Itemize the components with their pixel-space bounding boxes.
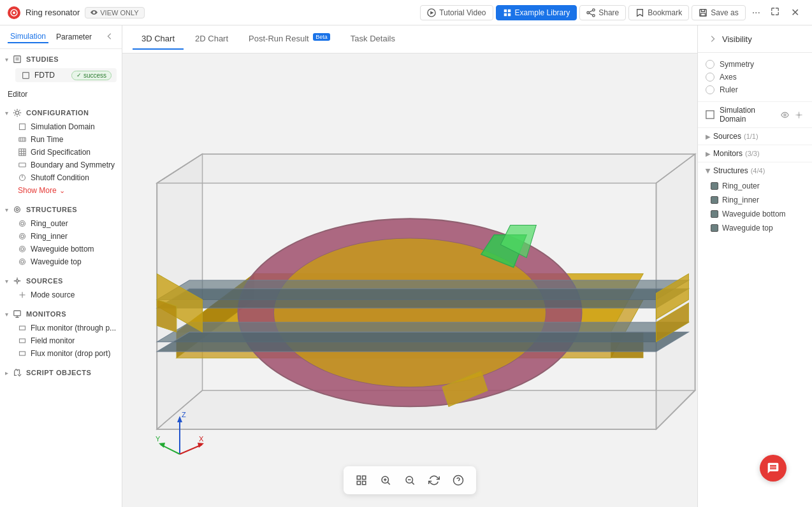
waveguide-bottom-item[interactable]: Waveguide bottom bbox=[0, 243, 122, 255]
sim-domain-eye-button[interactable] bbox=[779, 109, 790, 120]
svg-rect-45 bbox=[20, 339, 25, 343]
waveguide-bottom-vis-item[interactable]: Waveguide bottom bbox=[698, 207, 812, 221]
chart-tabs: 3D Chart 2D Chart Post-Run Result Beta T… bbox=[122, 25, 697, 54]
show-more-button[interactable]: Show More ⌄ bbox=[0, 184, 122, 197]
flux-drop-icon bbox=[18, 349, 27, 358]
svg-line-11 bbox=[590, 10, 593, 12]
fdtd-icon bbox=[20, 70, 31, 80]
svg-point-34 bbox=[20, 221, 25, 227]
flux-drop-item[interactable]: Flux monitor (drop port) bbox=[0, 347, 122, 360]
shutoff-item[interactable]: Shutoff Condition bbox=[0, 171, 122, 184]
sources-tree-header[interactable]: ▶ Sources (1/1) bbox=[698, 128, 812, 145]
axes-vis-item[interactable]: Axes bbox=[706, 71, 804, 83]
run-time-item[interactable]: Run Time bbox=[0, 133, 122, 146]
more-options-button[interactable]: ··· bbox=[748, 4, 764, 21]
tab-parameter[interactable]: Parameter bbox=[54, 31, 94, 43]
sim-domain-settings-button[interactable] bbox=[793, 109, 804, 120]
waveguide-top-item[interactable]: Waveguide top bbox=[0, 255, 122, 268]
refresh-button[interactable] bbox=[424, 470, 444, 490]
sources-header[interactable]: ▾ SOURCES bbox=[0, 273, 122, 289]
axes-checkbox[interactable] bbox=[706, 73, 714, 82]
svg-rect-7 bbox=[507, 13, 510, 15]
ring-inner-vis-item[interactable]: Ring_inner bbox=[698, 193, 812, 207]
sim-domain-item[interactable]: Simulation Domain bbox=[0, 120, 122, 133]
svg-rect-44 bbox=[20, 326, 25, 330]
symmetry-vis-item[interactable]: Symmetry bbox=[706, 58, 804, 71]
share-button[interactable]: Share bbox=[579, 5, 626, 20]
svg-text:Z: Z bbox=[182, 411, 186, 418]
sources-tree-title: Sources bbox=[713, 132, 741, 141]
waveguide-top-vis-item[interactable]: Waveguide top bbox=[698, 221, 812, 235]
reset-view-button[interactable] bbox=[351, 470, 372, 490]
waveguide-top-vis-label: Waveguide top bbox=[722, 224, 773, 232]
structures-chevron-icon: ▶ bbox=[705, 168, 712, 173]
mode-source-icon bbox=[18, 290, 27, 299]
svg-rect-4 bbox=[504, 9, 506, 11]
zoom-out-button[interactable] bbox=[400, 470, 420, 490]
field-monitor-item[interactable]: Field monitor bbox=[0, 334, 122, 347]
studies-icon bbox=[12, 54, 22, 64]
sidebar-collapse-button[interactable] bbox=[105, 32, 114, 43]
script-objects-icon bbox=[12, 368, 22, 378]
boundary-symmetry-item[interactable]: Boundary and Symmetry bbox=[0, 159, 122, 171]
studies-title: STUDIES bbox=[26, 55, 59, 63]
view-only-badge[interactable]: VIEW ONLY bbox=[85, 7, 144, 18]
ruler-vis-item[interactable]: Ruler bbox=[706, 83, 804, 96]
tab-2d-chart[interactable]: 2D Chart bbox=[186, 29, 237, 50]
mode-source-item[interactable]: Mode source bbox=[0, 289, 122, 301]
ring-inner-item[interactable]: Ring_inner bbox=[0, 230, 122, 243]
svg-rect-5 bbox=[507, 9, 510, 11]
flux-through-item[interactable]: Flux monitor (through p... bbox=[0, 322, 122, 334]
configuration-header[interactable]: ▾ CONFIGURATION bbox=[0, 105, 122, 120]
flux-drop-label: Flux monitor (drop port) bbox=[31, 349, 110, 358]
right-collapse-button[interactable] bbox=[706, 32, 720, 46]
waveguide-top-label: Waveguide top bbox=[31, 257, 82, 266]
structures-title: STRUCTURES bbox=[26, 206, 77, 213]
svg-point-33 bbox=[16, 208, 18, 211]
chat-button[interactable] bbox=[760, 455, 787, 482]
tab-simulation[interactable]: Simulation bbox=[8, 31, 48, 43]
config-icon bbox=[12, 108, 22, 118]
ring-outer-vis-item[interactable]: Ring_outer bbox=[698, 179, 812, 193]
chart-canvas[interactable]: Z Y X bbox=[122, 54, 697, 507]
tutorial-video-button[interactable]: Tutorial Video bbox=[420, 5, 493, 20]
structures-tree-title: Structures bbox=[713, 166, 748, 175]
zoom-in-button[interactable] bbox=[375, 470, 396, 490]
sim-domain-row: Simulation Domain bbox=[698, 101, 812, 127]
fdtd-label: FDTD bbox=[34, 71, 68, 80]
svg-marker-3 bbox=[430, 11, 433, 14]
ring-outer-icon bbox=[18, 219, 27, 228]
svg-point-39 bbox=[21, 248, 24, 251]
expand-button[interactable] bbox=[767, 4, 783, 20]
ring-outer-item[interactable]: Ring_outer bbox=[0, 217, 122, 230]
close-button[interactable]: ✕ bbox=[786, 4, 804, 21]
waveguide-bottom-label: Waveguide bottom bbox=[31, 245, 94, 254]
bookmark-button[interactable]: Bookmark bbox=[628, 5, 689, 20]
help-button[interactable] bbox=[448, 470, 468, 490]
chart-toolbar bbox=[344, 466, 476, 494]
app-title: Ring resonator bbox=[25, 8, 80, 17]
tab-3d-chart[interactable]: 3D Chart bbox=[133, 29, 184, 50]
tab-post-run[interactable]: Post-Run Result Beta bbox=[240, 29, 339, 50]
example-library-button[interactable]: Example Library bbox=[496, 5, 577, 20]
monitors-header[interactable]: ▾ MONITORS bbox=[0, 306, 122, 322]
grid-spec-item[interactable]: Grid Specification bbox=[0, 146, 122, 159]
ruler-label: Ruler bbox=[720, 85, 738, 94]
grid-spec-label: Grid Specification bbox=[31, 148, 91, 157]
visibility-title: Visibility bbox=[722, 34, 752, 44]
ruler-checkbox[interactable] bbox=[706, 85, 714, 94]
script-objects-header[interactable]: ▸ SCRIPT OBJECTS bbox=[0, 365, 122, 380]
structures-header[interactable]: ▾ STRUCTURES bbox=[0, 202, 122, 217]
symmetry-checkbox[interactable] bbox=[706, 60, 714, 69]
waveguide-bottom-vis-label: Waveguide bottom bbox=[722, 210, 786, 218]
monitors-tree-header[interactable]: ▶ Monitors (3/3) bbox=[698, 145, 812, 162]
svg-marker-76 bbox=[198, 443, 204, 448]
waveguide-bottom-color bbox=[711, 210, 718, 218]
sim-domain-actions bbox=[779, 109, 804, 120]
tab-task-details[interactable]: Task Details bbox=[342, 29, 404, 50]
save-as-button[interactable]: Save as bbox=[692, 5, 745, 20]
structures-tree-header[interactable]: ▶ Structures (4/4) bbox=[698, 162, 812, 179]
fdtd-item[interactable]: FDTD ✓ success bbox=[15, 68, 117, 82]
success-badge: ✓ success bbox=[71, 71, 112, 80]
studies-header[interactable]: ▾ STUDIES bbox=[0, 52, 122, 67]
